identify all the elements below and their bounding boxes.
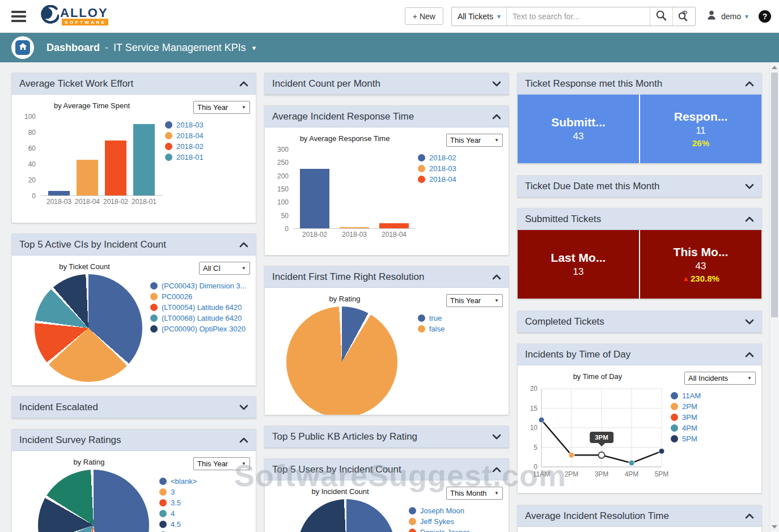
legend-item[interactable]: 4PM bbox=[671, 424, 756, 432]
card-header[interactable]: Average Ticket Work Effort bbox=[12, 73, 256, 95]
card-header[interactable]: Average Incident Response Time bbox=[265, 106, 509, 127]
card-header[interactable]: Average Incident Resolution Time bbox=[518, 505, 761, 527]
bar[interactable] bbox=[300, 169, 329, 228]
card-header[interactable]: Submitted Tickets bbox=[518, 208, 761, 230]
bar[interactable] bbox=[77, 160, 98, 195]
legend-item[interactable]: 5PM bbox=[671, 435, 756, 443]
hamburger-menu-icon[interactable] bbox=[11, 11, 26, 22]
card-header[interactable]: Top 5 Public KB Articles by Rating bbox=[265, 426, 509, 448]
period-select[interactable]: This Year▼ bbox=[446, 294, 503, 307]
legend-item[interactable]: 3 bbox=[159, 488, 250, 496]
new-button[interactable]: + New bbox=[405, 7, 443, 25]
card-header[interactable]: Completed Tickets bbox=[518, 311, 761, 333]
chevron-down-icon[interactable] bbox=[492, 81, 501, 87]
pie-chart[interactable] bbox=[298, 499, 395, 532]
card-header[interactable]: Incident First Time Right Resolution bbox=[265, 266, 509, 288]
legend-item[interactable]: 2PM bbox=[671, 402, 756, 411]
legend-item[interactable]: 11AM bbox=[671, 391, 756, 400]
kpi-tile[interactable]: Submitt...43 bbox=[518, 95, 639, 163]
card-header[interactable]: Incident Count per Month bbox=[265, 73, 509, 95]
card-header[interactable]: Incident Escalated bbox=[12, 397, 256, 418]
chevron-up-icon[interactable] bbox=[492, 274, 501, 280]
legend-item[interactable]: true bbox=[418, 314, 503, 322]
legend-item[interactable]: 4 bbox=[159, 509, 250, 518]
legend-item[interactable]: 2018-01 bbox=[165, 153, 250, 161]
bar[interactable] bbox=[48, 191, 70, 195]
bar[interactable] bbox=[133, 124, 155, 195]
legend-item[interactable]: PC00026 bbox=[150, 292, 250, 301]
scrollbar-down-arrow-icon[interactable] bbox=[772, 525, 777, 529]
card-header[interactable]: Ticket Response met this Month bbox=[518, 73, 761, 95]
chevron-down-icon[interactable] bbox=[745, 184, 754, 189]
chevron-up-icon[interactable] bbox=[239, 437, 248, 443]
data-point-hovered[interactable] bbox=[599, 452, 605, 458]
legend-item[interactable]: (LT00068) Latitude 6420 bbox=[150, 314, 250, 322]
legend-item[interactable]: 3PM bbox=[671, 413, 756, 422]
legend-item[interactable]: 2018-02 bbox=[165, 142, 250, 151]
card-header[interactable]: Top 5 Active CIs by Incident Count bbox=[12, 234, 256, 256]
bar[interactable] bbox=[105, 141, 126, 195]
ticket-scope-dropdown[interactable]: All Tickets ▾ bbox=[452, 7, 507, 25]
legend-item[interactable]: 2018-03 bbox=[165, 121, 250, 129]
card-header[interactable]: Incidents by Time of Day bbox=[518, 344, 761, 365]
chevron-up-icon[interactable] bbox=[492, 114, 501, 120]
legend-item[interactable]: Jeff Sykes bbox=[409, 517, 503, 526]
legend-item[interactable]: false bbox=[418, 325, 503, 333]
card-header[interactable]: Ticket Due Date met this Month bbox=[518, 176, 761, 197]
legend-item[interactable]: (PC00090) OptiPlex 3020 bbox=[150, 325, 250, 333]
pie-chart[interactable] bbox=[286, 307, 397, 415]
period-select[interactable]: All CI▼ bbox=[199, 262, 250, 275]
chevron-up-icon[interactable] bbox=[492, 467, 501, 473]
period-select[interactable]: This Year▼ bbox=[446, 134, 503, 147]
kpi-tile[interactable]: This Mo...43▲230.8% bbox=[640, 230, 761, 299]
legend-item[interactable]: <blank> bbox=[159, 477, 250, 486]
alloy-logo[interactable]: ALLOY SOFTWARE bbox=[39, 5, 108, 28]
card-header[interactable]: Incident Survey Ratings bbox=[12, 429, 256, 451]
data-point[interactable] bbox=[569, 452, 574, 458]
chevron-up-icon[interactable] bbox=[239, 242, 248, 248]
data-point[interactable] bbox=[629, 460, 634, 466]
kpi-tile[interactable]: Respon...1126% bbox=[640, 95, 761, 163]
data-point[interactable] bbox=[539, 417, 544, 423]
chevron-down-icon[interactable] bbox=[239, 405, 248, 410]
y-axis-tick: 0 bbox=[19, 192, 36, 200]
chevron-up-icon[interactable] bbox=[745, 81, 754, 87]
period-select[interactable]: This Month▼ bbox=[446, 487, 503, 500]
legend-item[interactable]: Joseph Moon bbox=[409, 507, 503, 515]
period-select[interactable]: All Incidents▼ bbox=[684, 372, 756, 385]
user-menu[interactable]: demo ▾ bbox=[704, 10, 751, 23]
card-header[interactable]: Top 5 Users by Incident Count bbox=[265, 459, 509, 480]
legend-item[interactable]: (LT00054) Latitude 6420 bbox=[150, 303, 250, 312]
data-point[interactable] bbox=[659, 448, 664, 454]
search-by-id-button[interactable]: ID bbox=[672, 7, 695, 25]
kpi-tile[interactable]: Last Mo...13 bbox=[518, 230, 639, 299]
chevron-up-icon[interactable] bbox=[745, 216, 754, 222]
dashboard-selector[interactable]: Dashboard - IT Service Management KPIs ▾ bbox=[46, 42, 256, 54]
scrollbar-up-arrow-icon[interactable] bbox=[772, 66, 777, 69]
period-select[interactable]: This Year▼ bbox=[193, 101, 250, 114]
home-button[interactable] bbox=[11, 36, 34, 59]
search-button[interactable] bbox=[650, 7, 672, 25]
chevron-up-icon[interactable] bbox=[745, 513, 754, 519]
period-select[interactable]: This Year▼ bbox=[193, 457, 250, 470]
legend-item[interactable]: 2018-02 bbox=[418, 154, 503, 162]
vertical-scrollbar[interactable] bbox=[769, 62, 779, 532]
legend-item[interactable]: Daniela Jasper bbox=[409, 528, 503, 532]
bar[interactable] bbox=[379, 223, 409, 228]
chevron-up-icon[interactable] bbox=[239, 81, 248, 87]
scrollbar-thumb[interactable] bbox=[771, 73, 778, 317]
pie-chart[interactable] bbox=[38, 470, 149, 532]
legend-item[interactable]: 2018-03 bbox=[418, 164, 503, 173]
chevron-up-icon[interactable] bbox=[745, 352, 754, 357]
legend-item[interactable]: 2018-04 bbox=[418, 175, 503, 184]
bar[interactable] bbox=[340, 227, 369, 228]
legend-item[interactable]: 2018-04 bbox=[165, 131, 250, 140]
legend-item[interactable]: (PC00043) Dimension 3... bbox=[150, 282, 250, 290]
legend-item[interactable]: 3.5 bbox=[159, 499, 250, 507]
search-input[interactable] bbox=[507, 7, 650, 25]
chevron-down-icon[interactable] bbox=[492, 434, 501, 440]
legend-item[interactable]: 4.5 bbox=[159, 520, 250, 529]
pie-chart[interactable] bbox=[35, 274, 142, 382]
chevron-down-icon[interactable] bbox=[745, 319, 754, 325]
help-icon[interactable]: ? bbox=[759, 10, 771, 23]
